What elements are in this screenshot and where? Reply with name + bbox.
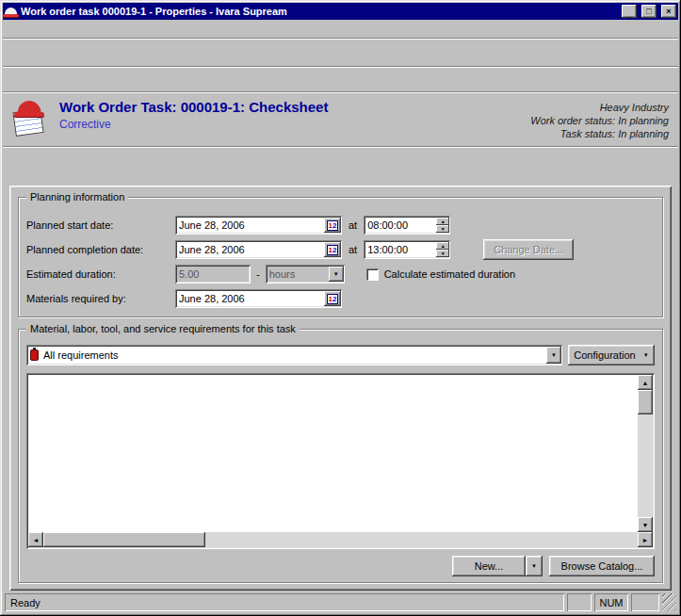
requirements-group: Material, labor, tool, and service requi… bbox=[18, 329, 663, 583]
spin-up-icon[interactable]: ▲ bbox=[436, 242, 449, 250]
title-bar[interactable]: Work order task 000019-1 - Properties - … bbox=[3, 3, 678, 20]
planned-completion-time-field: ▲ ▼ bbox=[364, 240, 450, 259]
group-title: Planning information bbox=[26, 191, 128, 203]
record-title: Work Order Task: 000019-1: Checksheet bbox=[59, 99, 328, 115]
tab-row-lower bbox=[15, 168, 672, 186]
scroll-down-icon[interactable]: ▼ bbox=[638, 517, 653, 532]
new-dropdown-button[interactable]: ▼ bbox=[526, 556, 543, 576]
status-bar: Ready NUM bbox=[3, 591, 678, 613]
scrollbar-track[interactable] bbox=[638, 414, 653, 517]
dropdown-arrow-icon[interactable]: ▼ bbox=[329, 267, 344, 282]
estimated-duration-field bbox=[175, 265, 251, 284]
scrollbar-thumb[interactable] bbox=[43, 532, 205, 547]
planned-start-date-input[interactable] bbox=[179, 219, 324, 232]
table-body bbox=[28, 392, 638, 532]
at-label: at bbox=[349, 244, 357, 255]
materials-required-label: Materials required by: bbox=[26, 293, 175, 304]
calendar-icon bbox=[327, 220, 338, 231]
planned-start-date-field bbox=[175, 216, 342, 235]
work-order-status: Work order status: In planning bbox=[530, 114, 669, 127]
new-button[interactable]: New... bbox=[452, 556, 526, 576]
spin-down-icon[interactable]: ▼ bbox=[436, 225, 449, 233]
minimize-button[interactable]: _ bbox=[622, 5, 637, 18]
spin-up-icon[interactable]: ▲ bbox=[436, 218, 449, 225]
application-window: Work order task 000019-1 - Properties - … bbox=[0, 0, 681, 616]
configuration-label: Configuration bbox=[574, 349, 635, 361]
planned-completion-date-input[interactable] bbox=[179, 243, 324, 256]
calendar-button[interactable] bbox=[324, 218, 341, 233]
menu-bar bbox=[3, 20, 678, 38]
calculate-duration-checkbox[interactable] bbox=[366, 268, 379, 281]
planned-start-label: Planned start date: bbox=[26, 219, 175, 231]
toolbar bbox=[3, 40, 678, 66]
planned-completion-date-field bbox=[175, 240, 342, 259]
requirements-filter-value: All requirements bbox=[43, 349, 546, 361]
record-header-titles: Work Order Task: 000019-1: Checksheet Co… bbox=[59, 99, 328, 131]
view-tab-bar bbox=[3, 68, 678, 91]
dropdown-arrow-icon: ▼ bbox=[643, 352, 649, 358]
calendar-icon bbox=[327, 245, 338, 255]
table-header-row bbox=[28, 375, 638, 392]
requirements-filter-row: All requirements ▼ Configuration ▼ bbox=[26, 345, 655, 365]
scroll-right-icon[interactable]: ► bbox=[638, 532, 653, 547]
spin-down-icon[interactable]: ▼ bbox=[436, 250, 449, 257]
calculate-duration-label: Calculate estimated duration bbox=[384, 268, 515, 280]
record-subtitle: Corrective bbox=[59, 118, 328, 131]
num-lock-indicator: NUM bbox=[594, 593, 628, 611]
planned-completion-time-input[interactable] bbox=[367, 243, 436, 256]
divider bbox=[3, 146, 678, 148]
requirements-buttons-row: New... ▼ Browse Catalog... bbox=[26, 556, 655, 576]
time-spinner: ▲ ▼ bbox=[436, 242, 449, 257]
scrollbar-thumb[interactable] bbox=[638, 390, 653, 414]
task-status: Task status: In planning bbox=[530, 127, 669, 140]
duration-unit-dropdown[interactable]: ▼ bbox=[266, 265, 345, 284]
close-icon: × bbox=[666, 8, 671, 16]
estimated-duration-input[interactable] bbox=[179, 267, 250, 281]
calendar-button[interactable] bbox=[324, 242, 341, 257]
scroll-up-icon[interactable]: ▲ bbox=[638, 375, 653, 390]
planned-completion-row: Planned completion date: at ▲ ▼ Change D… bbox=[26, 237, 655, 262]
browse-catalog-button[interactable]: Browse Catalog... bbox=[549, 556, 655, 576]
vertical-scrollbar[interactable]: ▲ ▼ bbox=[638, 375, 653, 532]
planned-start-row: Planned start date: at ▲ ▼ bbox=[26, 213, 655, 237]
materials-required-row: Materials required by: bbox=[26, 286, 655, 311]
horizontal-scrollbar[interactable]: ◄ ► bbox=[28, 532, 653, 547]
scrollbar-track[interactable] bbox=[205, 532, 638, 547]
configuration-button[interactable]: Configuration ▼ bbox=[568, 345, 655, 365]
calendar-icon bbox=[327, 294, 338, 304]
planned-completion-label: Planned completion date: bbox=[26, 244, 175, 255]
duration-unit-input bbox=[269, 267, 329, 281]
status-cell bbox=[567, 593, 592, 611]
industry-label: Heavy Industry bbox=[530, 101, 669, 114]
status-cell bbox=[631, 593, 659, 611]
status-message: Ready bbox=[5, 593, 564, 611]
planned-start-time-field: ▲ ▼ bbox=[364, 216, 450, 235]
close-button[interactable]: × bbox=[661, 5, 676, 18]
planning-information-group: Planning information Planned start date:… bbox=[18, 197, 663, 317]
time-spinner: ▲ ▼ bbox=[436, 218, 449, 233]
work-order-task-icon bbox=[10, 99, 48, 138]
record-status-block: Heavy Industry Work order status: In pla… bbox=[530, 99, 669, 140]
planned-start-time-input[interactable] bbox=[367, 219, 436, 232]
change-date-button[interactable]: Change Date... bbox=[483, 239, 574, 260]
requirements-table: ▲ ▼ ◄ ► bbox=[26, 373, 655, 549]
requirements-filter-icon bbox=[30, 349, 39, 361]
estimated-duration-label: Estimated duration: bbox=[26, 268, 175, 280]
duration-separator: - bbox=[256, 268, 260, 280]
record-header: Work Order Task: 000019-1: Checksheet Co… bbox=[3, 93, 678, 146]
requirements-filter-dropdown[interactable]: All requirements ▼ bbox=[26, 345, 562, 365]
maximize-button[interactable]: □ bbox=[641, 5, 657, 18]
window-title: Work order task 000019-1 - Properties - … bbox=[21, 6, 617, 17]
calendar-button[interactable] bbox=[324, 291, 341, 306]
calc-duration-option: Calculate estimated duration bbox=[366, 268, 515, 281]
planning-tab-page: Planning information Planned start date:… bbox=[9, 186, 672, 591]
materials-required-date-field bbox=[175, 289, 342, 308]
scroll-left-icon[interactable]: ◄ bbox=[28, 532, 43, 547]
materials-required-date-input[interactable] bbox=[179, 292, 324, 305]
resize-grip[interactable] bbox=[662, 593, 676, 611]
minimize-icon: _ bbox=[626, 10, 631, 19]
dropdown-arrow-icon[interactable]: ▼ bbox=[546, 347, 561, 364]
maximize-icon: □ bbox=[646, 8, 651, 16]
tab-control: Planning information Planned start date:… bbox=[9, 150, 672, 591]
app-icon bbox=[5, 8, 17, 15]
